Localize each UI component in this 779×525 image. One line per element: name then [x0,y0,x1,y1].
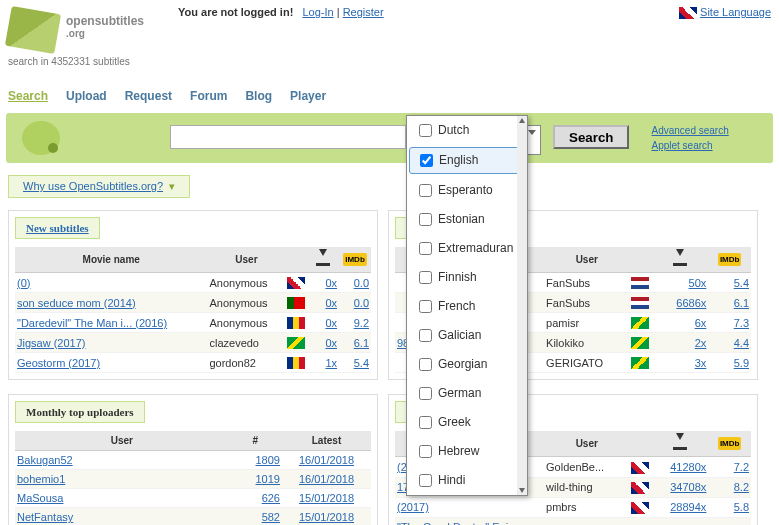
flag-icon [631,482,649,494]
lang-option-greek[interactable]: Greek [407,408,527,437]
nav-player[interactable]: Player [290,89,326,103]
flag-icon [287,357,305,369]
user-link[interactable]: bohemio1 [17,473,65,485]
download-icon [673,251,687,266]
table-row: "The Good Doctor" Epi... (2018)CRAZYFOXX… [395,517,751,525]
table-row: Bakugan52180916/01/2018 [15,451,371,470]
table-row: bohemio1101916/01/2018 [15,470,371,489]
lang-option-extremaduran[interactable]: Extremaduran [407,234,527,263]
movie-link[interactable]: son seduce mom (2014) [17,297,136,309]
lang-option-hebrew[interactable]: Hebrew [407,437,527,466]
nav-blog[interactable]: Blog [245,89,272,103]
lang-option-galician[interactable]: Galician [407,321,527,350]
table-row: (2017)pmbrs28894x5.8 [395,497,751,517]
nav-request[interactable]: Request [125,89,172,103]
flag-icon [631,502,649,514]
lang-option-french[interactable]: French [407,292,527,321]
nav-search[interactable]: Search [8,89,48,103]
lang-option-esperanto[interactable]: Esperanto [407,176,527,205]
flag-icon [631,357,649,369]
lang-option-finnish[interactable]: Finnish [407,263,527,292]
applet-search-link[interactable]: Applet search [651,140,712,151]
logo-text: opensubtitles [66,14,144,28]
search-category-icon [22,121,60,155]
imdb-icon: IMDb [718,437,742,450]
advanced-search-link[interactable]: Advanced search [651,125,728,136]
nav-upload[interactable]: Upload [66,89,107,103]
why-opensubtitles[interactable]: Why use OpenSubtitles.org? [8,175,190,198]
table-row: (0)Anonymous0x0.0 [15,273,371,293]
movie-link[interactable]: "The Good Doctor" Epi... (2018) [397,521,517,525]
lang-option-estonian[interactable]: Estonian [407,205,527,234]
flag-icon [631,297,649,309]
main-nav: SearchUploadRequestForumBlogPlayer [8,67,771,113]
login-status: You are not logged in! Log-In | Register [178,6,384,18]
movie-link[interactable]: "Daredevil" The Man i... (2016) [17,317,167,329]
table-row: son seduce mom (2014)Anonymous0x0.0 [15,293,371,313]
table-row: "Daredevil" The Man i... (2016)Anonymous… [15,313,371,333]
flag-icon [631,277,649,289]
movie-link[interactable]: (0) [17,277,30,289]
register-link[interactable]: Register [343,6,384,18]
flag-icon [631,337,649,349]
language-dropdown[interactable]: DutchEnglishEsperantoEstonianExtremadura… [406,115,528,496]
new-subtitles-title[interactable]: New subtitles [26,222,89,234]
table-row: NetFantasy58215/01/2018 [15,508,371,525]
nav-forum[interactable]: Forum [190,89,227,103]
lang-option-german[interactable]: German [407,379,527,408]
flag-icon [287,317,305,329]
movie-link[interactable]: Geostorm (2017) [17,357,100,369]
imdb-icon: IMDb [343,253,367,266]
lang-option-hindi[interactable]: Hindi [407,466,527,495]
monthly-uploaders-panel: Monthly top uploaders User#LatestBakugan… [8,394,378,525]
movie-link[interactable]: (2017) [397,501,429,513]
lang-option-dutch[interactable]: Dutch [407,116,527,145]
download-icon [316,251,330,266]
user-link[interactable]: MaSousa [17,492,63,504]
flag-icon [287,337,305,349]
tagline: search in 4352331 subtitles [8,50,178,67]
table-row: Jigsaw (2017)clazevedo0x6.1 [15,333,371,353]
search-bar: English Search Advanced search Applet se… [6,113,773,163]
logo-icon [5,6,61,54]
new-subtitles-panel: New subtitles Movie nameUserIMDb(0)Anony… [8,210,378,380]
monthly-uploaders-title: Monthly top uploaders [15,401,145,423]
movie-link[interactable]: Jigsaw (2017) [17,337,85,349]
table-row: MaSousa62615/01/2018 [15,489,371,508]
scrollbar[interactable] [517,116,527,495]
imdb-icon: IMDb [718,253,742,266]
lang-option-english[interactable]: English [409,147,525,174]
search-input[interactable] [170,125,406,149]
user-link[interactable]: NetFantasy [17,511,73,523]
table-row: Geostorm (2017)gordon821x5.4 [15,353,371,373]
flag-icon [631,462,649,474]
login-link[interactable]: Log-In [302,6,333,18]
download-icon [673,435,687,450]
search-button[interactable]: Search [553,125,629,149]
site-logo[interactable]: opensubtitles.org search in 4352331 subt… [8,6,178,67]
flag-icon [287,297,305,309]
user-link[interactable]: Bakugan52 [17,454,73,466]
site-language[interactable]: Site Language [679,6,771,19]
flag-icon [631,317,649,329]
flag-icon [287,277,305,289]
lang-option-georgian[interactable]: Georgian [407,350,527,379]
flag-gb-icon [679,7,697,19]
